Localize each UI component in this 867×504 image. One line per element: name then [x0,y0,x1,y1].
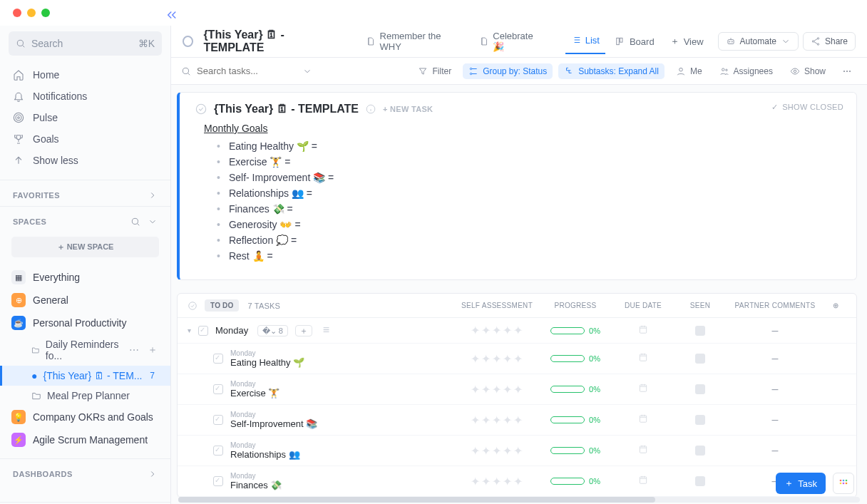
content-scroll[interactable]: {This Year} 🗓 - TEMPLATE + NEW TASK ✓ SH… [171,85,867,504]
task-row[interactable]: Monday Finances 💸 ✦✦✦✦✦ 0% – [178,466,856,497]
plus-icon[interactable]: ＋ [148,344,158,356]
window-min[interactable] [27,9,36,17]
self-assessment[interactable]: ✦✦✦✦✦ [454,324,540,337]
nav-showless[interactable]: Show less [0,150,170,171]
nav-home[interactable]: Home [0,64,170,86]
due-date[interactable] [611,383,675,396]
task-checkbox[interactable] [213,384,223,394]
partner-comments[interactable]: – [725,413,825,426]
nav-notifications[interactable]: Notifications [0,86,170,107]
progress[interactable]: 0% [540,385,611,394]
caret-icon[interactable]: ▾ [188,326,191,334]
new-task-link[interactable]: + NEW TASK [383,105,433,113]
partner-comments[interactable]: – [725,383,825,396]
progress[interactable]: 0% [540,477,611,485]
status-circle-icon[interactable] [183,36,193,47]
groupby-button[interactable]: Group by: Status [463,63,553,79]
seen-checkbox[interactable] [675,354,725,364]
task-checkbox[interactable] [213,354,223,364]
list-this-year[interactable]: ● {This Year} 🗓 - TEM... 7 [0,366,170,386]
task-checkbox[interactable] [213,476,223,486]
desc-icon[interactable]: ≡ [323,324,329,336]
self-assessment[interactable]: ✦✦✦✦✦ [454,444,540,458]
col-assessment[interactable]: SELF ASSESSMENT [454,302,540,309]
col-partner[interactable]: PARTNER COMMENTS [725,302,825,309]
due-date[interactable] [611,475,675,488]
subtask-count[interactable]: �⌄ 8 [257,325,288,336]
space-agile[interactable]: ⚡Agile Scrum Management [0,428,170,451]
seen-checkbox[interactable] [675,384,725,394]
task-row[interactable]: Monday Eating Healthy 🌱 ✦✦✦✦✦ 0% – [178,344,856,374]
dashboards-header[interactable]: DASHBOARDS [0,458,170,485]
automate-button[interactable]: Automate [718,32,799,51]
due-date[interactable] [611,324,675,337]
space-general[interactable]: ⊕General [0,289,170,312]
task-row[interactable]: ▾ Monday �⌄ 8 ＋ ≡ ✦✦✦✦✦ 0% – [178,318,856,344]
col-progress[interactable]: PROGRESS [540,302,611,309]
view-board[interactable]: Board [610,31,660,53]
nav-goals[interactable]: Goals [0,128,170,150]
doc-remember[interactable]: Remember the WHY [359,26,468,56]
status-chip[interactable]: TO DO [205,299,239,312]
folder-daily[interactable]: Daily Reminders fo... ⋯ ＋ [0,334,170,366]
filter-button[interactable]: Filter [412,63,457,79]
seen-checkbox[interactable] [675,476,725,486]
chevron-down-icon[interactable] [148,217,158,227]
partner-comments[interactable]: – [725,352,825,365]
collapse-sidebar-icon[interactable] [165,9,178,21]
task-checkbox[interactable] [198,326,208,336]
subtasks-button[interactable]: Subtasks: Expand All [558,63,665,79]
add-view[interactable]: ＋ View [665,29,709,53]
window-close[interactable] [13,9,21,17]
new-task-fab[interactable]: ＋Task [776,473,826,494]
due-date[interactable] [611,444,675,457]
global-search[interactable]: Search ⌘K [9,31,162,56]
progress[interactable]: 0% [540,326,611,335]
partner-comments[interactable]: – [725,324,825,337]
space-okrs[interactable]: 💡Company OKRs and Goals [0,406,170,428]
horizontal-scrollbar[interactable] [178,497,860,503]
folder-meal[interactable]: Meal Prep Planner [0,386,170,406]
seen-checkbox[interactable] [675,326,725,336]
space-everything[interactable]: ▦Everything [0,266,170,289]
task-search[interactable] [181,66,324,76]
check-circle-icon[interactable] [188,301,197,311]
progress[interactable]: 0% [540,446,611,455]
self-assessment[interactable]: ✦✦✦✦✦ [454,475,540,488]
window-max[interactable] [41,9,50,17]
seen-checkbox[interactable] [675,446,725,456]
task-checkbox[interactable] [213,446,223,456]
show-button[interactable]: Show [784,63,831,79]
seen-checkbox[interactable] [675,415,725,425]
search-icon[interactable] [130,217,140,227]
task-row[interactable]: Monday Exercise 🏋️ ✦✦✦✦✦ 0% – [178,374,856,405]
self-assessment[interactable]: ✦✦✦✦✦ [454,383,540,396]
assignees-button[interactable]: Assignees [714,63,779,79]
add-column[interactable]: ⊕ [825,302,846,309]
show-closed-toggle[interactable]: ✓ SHOW CLOSED [771,103,843,112]
space-personal[interactable]: ☕Personal Productivity [0,312,170,334]
col-seen[interactable]: SEEN [675,302,725,309]
task-search-input[interactable] [197,66,297,76]
progress[interactable]: 0% [540,416,611,424]
more-menu[interactable]: ⋯ [837,63,857,79]
view-list[interactable]: List [565,29,605,54]
info-icon[interactable] [366,104,376,114]
me-button[interactable]: Me [670,63,708,79]
self-assessment[interactable]: ✦✦✦✦✦ [454,352,540,366]
progress[interactable]: 0% [540,354,611,363]
new-space-button[interactable]: ＋ NEW SPACE [11,237,159,257]
description-body[interactable]: Monthly Goals Eating Healthy 🌱 =Exercise… [195,115,841,264]
partner-comments[interactable]: – [725,444,825,457]
col-duedate[interactable]: DUE DATE [611,302,675,309]
more-icon[interactable]: ⋯ [129,344,139,356]
favorites-header[interactable]: FAVORITES [0,180,170,206]
doc-celebrate[interactable]: Celebrate 🎉 [472,26,551,56]
task-row[interactable]: Monday Self-Improvement 📚 ✦✦✦✦✦ 0% – [178,405,856,436]
chevron-down-icon[interactable] [302,66,312,76]
due-date[interactable] [611,413,675,426]
apps-fab[interactable] [833,473,854,494]
task-row[interactable]: Monday Relationships 👥 ✦✦✦✦✦ 0% – [178,436,856,466]
add-subtask[interactable]: ＋ [295,325,312,336]
task-checkbox[interactable] [213,415,223,425]
